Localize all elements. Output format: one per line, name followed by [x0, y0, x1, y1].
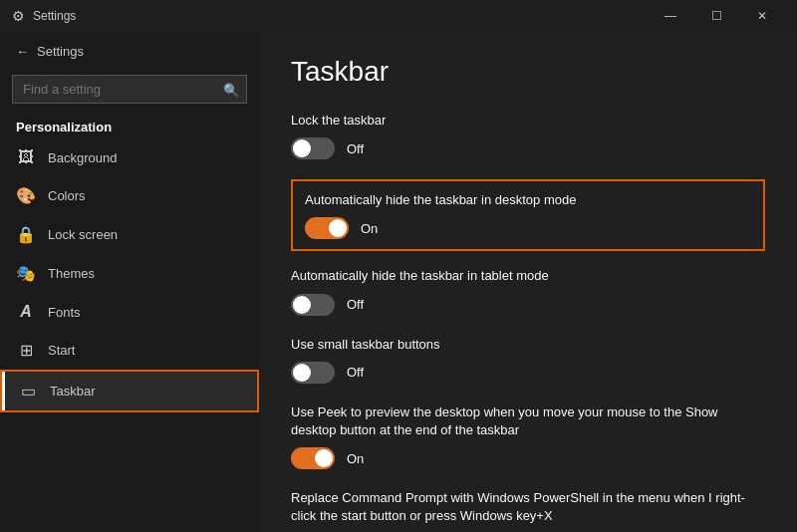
sidebar-item-label: Themes	[48, 266, 95, 281]
setting-powershell: Replace Command Prompt with Windows Powe…	[291, 489, 765, 532]
sidebar-item-label: Colors	[48, 188, 86, 203]
lock-screen-icon: 🔒	[16, 225, 36, 244]
back-icon: ←	[16, 44, 29, 59]
settings-window-icon: ⚙	[12, 8, 25, 24]
title-bar-title: Settings	[33, 9, 76, 23]
sidebar-item-label: Fonts	[48, 305, 81, 320]
setting-label-lock-taskbar: Lock the taskbar	[291, 112, 765, 130]
setting-peek: Use Peek to preview the desktop when you…	[291, 403, 765, 469]
sidebar-item-colors[interactable]: 🎨 Colors	[0, 176, 259, 215]
sidebar-item-background[interactable]: 🖼 Background	[0, 138, 259, 176]
toggle-track-peek	[291, 447, 335, 469]
setting-auto-hide-tablet: Automatically hide the taskbar in tablet…	[291, 267, 765, 315]
toggle-row-auto-hide-tablet: Off	[291, 294, 765, 316]
setting-small-buttons: Use small taskbar buttons Off	[291, 336, 765, 384]
setting-label-auto-hide-tablet: Automatically hide the taskbar in tablet…	[291, 267, 765, 285]
toggle-auto-hide-desktop[interactable]	[305, 217, 349, 239]
colors-icon: 🎨	[16, 186, 36, 205]
title-bar: ⚙ Settings — ☐ ✕	[0, 0, 797, 32]
toggle-track-auto-hide-tablet	[291, 294, 335, 316]
toggle-auto-hide-tablet[interactable]	[291, 294, 335, 316]
sidebar-item-start[interactable]: ⊞ Start	[0, 331, 259, 370]
back-button[interactable]: ← Settings	[0, 32, 259, 71]
toggle-track-auto-hide-desktop	[305, 217, 349, 239]
sidebar-item-label: Background	[48, 150, 117, 165]
setting-lock-taskbar: Lock the taskbar Off	[291, 112, 765, 159]
toggle-label-small-buttons: Off	[347, 365, 364, 380]
sidebar-item-taskbar[interactable]: ▭ Taskbar	[0, 370, 259, 412]
toggle-label-auto-hide-tablet: Off	[347, 297, 364, 312]
title-bar-left: ⚙ Settings	[12, 8, 648, 24]
toggle-thumb-auto-hide-tablet	[293, 296, 311, 314]
content-area: Taskbar Lock the taskbar Off Automatical…	[259, 32, 797, 532]
toggle-thumb-peek	[315, 449, 333, 467]
setting-label-small-buttons: Use small taskbar buttons	[291, 336, 765, 354]
start-icon: ⊞	[16, 341, 36, 360]
setting-label-auto-hide-desktop: Automatically hide the taskbar in deskto…	[305, 191, 751, 209]
setting-auto-hide-desktop: Automatically hide the taskbar in deskto…	[291, 179, 765, 251]
minimize-button[interactable]: —	[648, 0, 693, 32]
close-button[interactable]: ✕	[739, 0, 785, 32]
toggle-thumb-auto-hide-desktop	[329, 219, 347, 237]
sidebar-item-lock-screen[interactable]: 🔒 Lock screen	[0, 215, 259, 254]
search-box: 🔍	[12, 75, 247, 104]
toggle-lock-taskbar[interactable]	[291, 137, 335, 159]
toggle-thumb-small-buttons	[293, 364, 311, 382]
toggle-peek[interactable]	[291, 447, 335, 469]
toggle-row-peek: On	[291, 447, 765, 469]
setting-label-peek: Use Peek to preview the desktop when you…	[291, 403, 765, 439]
page-title: Taskbar	[291, 56, 765, 88]
sidebar-item-fonts[interactable]: A Fonts	[0, 293, 259, 331]
setting-label-powershell: Replace Command Prompt with Windows Powe…	[291, 489, 765, 525]
toggle-row-small-buttons: Off	[291, 362, 765, 384]
toggle-track-lock-taskbar	[291, 137, 335, 159]
fonts-icon: A	[16, 303, 36, 321]
title-bar-controls: — ☐ ✕	[648, 0, 785, 32]
sidebar: ← Settings 🔍 Personalization 🖼 Backgroun…	[0, 32, 259, 532]
toggle-row-auto-hide-desktop: On	[305, 217, 751, 239]
toggle-row-lock-taskbar: Off	[291, 137, 765, 159]
back-label: Settings	[37, 44, 84, 59]
toggle-track-small-buttons	[291, 362, 335, 384]
toggle-label-lock-taskbar: Off	[347, 141, 364, 156]
search-icon: 🔍	[223, 82, 239, 97]
taskbar-icon: ▭	[18, 382, 38, 400]
main-layout: ← Settings 🔍 Personalization 🖼 Backgroun…	[0, 32, 797, 532]
sidebar-item-themes[interactable]: 🎭 Themes	[0, 254, 259, 293]
background-icon: 🖼	[16, 148, 36, 166]
maximize-button[interactable]: ☐	[693, 0, 739, 32]
toggle-small-buttons[interactable]	[291, 362, 335, 384]
sidebar-section-title: Personalization	[0, 112, 259, 138]
sidebar-item-label: Taskbar	[50, 384, 96, 399]
toggle-label-peek: On	[347, 451, 364, 466]
toggle-thumb-lock-taskbar	[293, 139, 311, 157]
sidebar-item-label: Start	[48, 343, 75, 358]
sidebar-item-label: Lock screen	[48, 227, 118, 242]
search-input[interactable]	[12, 75, 247, 104]
themes-icon: 🎭	[16, 264, 36, 283]
toggle-label-auto-hide-desktop: On	[361, 221, 378, 236]
